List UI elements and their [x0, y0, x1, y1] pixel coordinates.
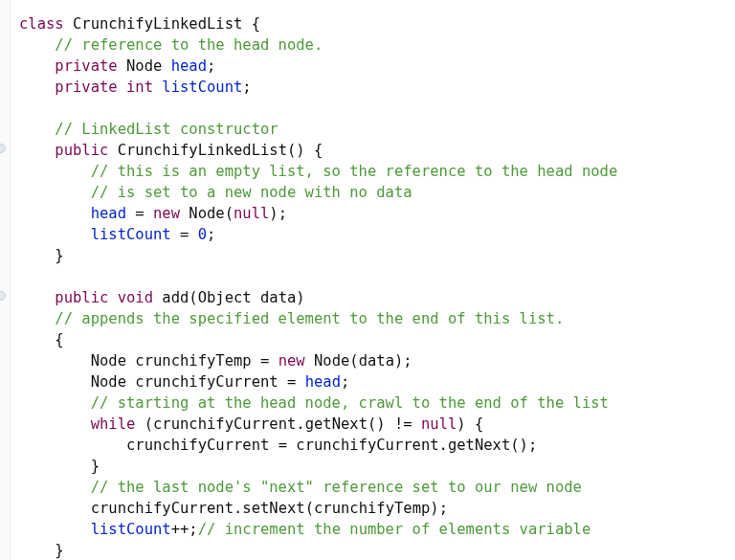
- method-getnext: getNext: [448, 437, 510, 454]
- type-node: Node: [189, 205, 224, 222]
- comment-ctor: // LinkedList constructor: [55, 121, 278, 138]
- code-block: class CrunchifyLinkedList { // reference…: [0, 0, 735, 560]
- keyword-int: int: [126, 78, 153, 96]
- var-crunchifycurrent: crunchifyCurrent: [126, 437, 269, 454]
- method-setnext: setNext: [242, 500, 304, 517]
- var-crunchifycurrent: crunchifyCurrent: [153, 415, 296, 433]
- comment-add-increment: // increment the number of elements vari…: [198, 521, 591, 538]
- literal-zero: 0: [198, 226, 207, 243]
- gutter: [0, 0, 11, 560]
- comment-add-crawl: // starting at the head node, crawl to t…: [91, 394, 609, 412]
- comment-add: // appends the specified element to the …: [55, 310, 564, 327]
- var-crunchifycurrent: crunchifyCurrent: [135, 373, 278, 391]
- type-node: Node: [126, 57, 162, 75]
- keyword-private: private: [55, 57, 117, 75]
- field-listcount: listCount: [91, 521, 171, 538]
- field-listcount: listCount: [91, 226, 171, 243]
- method-add: add: [162, 289, 189, 306]
- var-crunchifycurrent: crunchifyCurrent: [296, 437, 438, 454]
- comment-head-ref: // reference to the head node.: [55, 36, 323, 54]
- keyword-void: void: [118, 289, 153, 306]
- type-node: Node: [91, 352, 126, 370]
- comment-ctor-body2: // is set to a new node with no data: [91, 184, 412, 201]
- method-getnext: getNext: [305, 415, 368, 433]
- var-crunchifytemp: crunchifyTemp: [314, 500, 430, 517]
- keyword-new: new: [153, 205, 180, 222]
- constructor-name: CrunchifyLinkedList: [118, 142, 287, 159]
- field-head: head: [305, 373, 341, 391]
- literal-null: null: [421, 415, 457, 433]
- comment-add-lastnode: // the last node's "next" reference set …: [91, 479, 582, 496]
- keyword-class: class: [19, 15, 64, 33]
- type-node: Node: [91, 373, 126, 391]
- gutter-marker-constructor: [0, 144, 6, 153]
- keyword-public: public: [55, 289, 108, 306]
- keyword-public: public: [55, 142, 108, 159]
- literal-null: null: [234, 205, 269, 222]
- param-data: data: [260, 289, 296, 306]
- class-name: CrunchifyLinkedList: [73, 15, 242, 33]
- gutter-marker-method-add: [0, 291, 6, 301]
- field-head: head: [171, 57, 207, 75]
- type-object: Object: [198, 289, 252, 306]
- keyword-private: private: [55, 78, 117, 96]
- var-crunchifycurrent: crunchifyCurrent: [91, 500, 234, 517]
- field-head: head: [91, 205, 126, 222]
- var-crunchifytemp: crunchifyTemp: [135, 352, 251, 370]
- keyword-while: while: [91, 415, 136, 433]
- comment-ctor-body1: // this is an empty list, so the referen…: [91, 163, 618, 180]
- type-node: Node: [314, 352, 349, 370]
- field-listcount: listCount: [162, 78, 242, 96]
- param-data: data: [359, 352, 394, 370]
- keyword-new: new: [278, 352, 305, 370]
